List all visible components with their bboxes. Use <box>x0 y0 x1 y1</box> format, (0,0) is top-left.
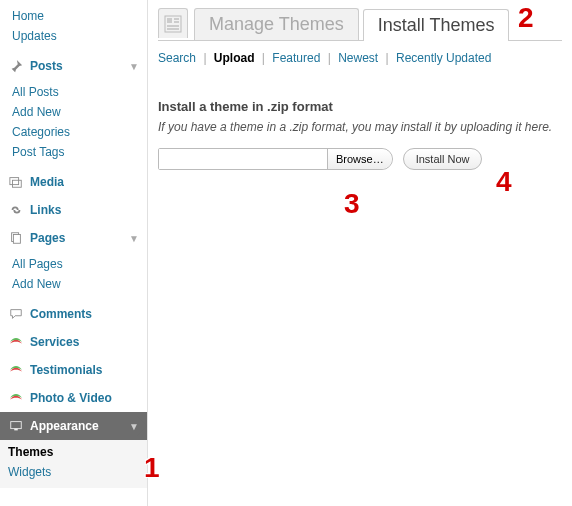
tab-install-themes[interactable]: Install Themes <box>363 9 510 41</box>
sidebar-item-updates[interactable]: Updates <box>12 26 147 46</box>
browse-button[interactable]: Browse… <box>327 149 392 169</box>
dashboard-submenu: Home Updates <box>0 4 147 52</box>
sidebar-section-pages[interactable]: Pages ▼ <box>0 224 147 252</box>
subnav-featured[interactable]: Featured <box>272 51 320 65</box>
sidebar-item-add-new-page[interactable]: Add New <box>12 274 147 294</box>
svg-rect-7 <box>167 18 172 23</box>
pages-label: Pages <box>30 231 129 245</box>
swoosh-icon <box>8 390 24 406</box>
svg-rect-10 <box>167 25 179 27</box>
main-content: Manage Themes Install Themes Search | Up… <box>148 0 572 506</box>
links-label: Links <box>30 203 139 217</box>
sidebar-section-services[interactable]: Services <box>0 328 147 356</box>
svg-rect-8 <box>174 18 179 20</box>
posts-label: Posts <box>30 59 129 73</box>
subnav-recently-updated[interactable]: Recently Updated <box>396 51 491 65</box>
file-path-field[interactable] <box>159 149 327 169</box>
sidebar-item-widgets[interactable]: Widgets <box>8 462 147 482</box>
sidebar-section-posts[interactable]: Posts ▼ <box>0 52 147 80</box>
appearance-icon <box>8 418 24 434</box>
sidebar-section-testimonials[interactable]: Testimonials <box>0 356 147 384</box>
admin-sidebar: Home Updates Posts ▼ All Posts Add New C… <box>0 0 148 506</box>
pin-icon <box>8 58 24 74</box>
svg-rect-11 <box>167 28 179 30</box>
media-label: Media <box>30 175 139 189</box>
chevron-down-icon: ▼ <box>129 233 139 244</box>
callout-3: 3 <box>344 188 360 220</box>
sidebar-item-post-tags[interactable]: Post Tags <box>12 142 147 162</box>
comments-label: Comments <box>30 307 139 321</box>
upload-hint: If you have a theme in a .zip format, yo… <box>158 120 562 134</box>
sidebar-item-add-new-post[interactable]: Add New <box>12 102 147 122</box>
sidebar-item-home[interactable]: Home <box>12 6 147 26</box>
pages-icon <box>8 230 24 246</box>
sidebar-item-all-posts[interactable]: All Posts <box>12 82 147 102</box>
themes-tab-icon <box>158 8 188 38</box>
subnav-search[interactable]: Search <box>158 51 196 65</box>
upload-form: Browse… Install Now <box>158 148 562 170</box>
appearance-label: Appearance <box>30 419 129 433</box>
install-subnav: Search | Upload | Featured | Newest | Re… <box>158 49 562 75</box>
svg-rect-4 <box>11 422 22 429</box>
svg-rect-3 <box>13 235 20 244</box>
comments-icon <box>8 306 24 322</box>
subnav-upload[interactable]: Upload <box>214 51 255 65</box>
appearance-submenu: Themes Widgets <box>0 440 147 488</box>
theme-tabs: Manage Themes Install Themes <box>158 8 562 41</box>
media-icon <box>8 174 24 190</box>
swoosh-icon <box>8 334 24 350</box>
sidebar-item-all-pages[interactable]: All Pages <box>12 254 147 274</box>
svg-rect-0 <box>10 178 19 185</box>
swoosh-icon <box>8 362 24 378</box>
posts-submenu: All Posts Add New Categories Post Tags <box>0 80 147 168</box>
callout-4: 4 <box>496 166 512 198</box>
sidebar-item-themes[interactable]: Themes <box>8 442 147 462</box>
subnav-newest[interactable]: Newest <box>338 51 378 65</box>
sidebar-item-categories[interactable]: Categories <box>12 122 147 142</box>
upload-heading: Install a theme in .zip format <box>158 99 562 114</box>
chevron-down-icon: ▼ <box>129 61 139 72</box>
install-now-button[interactable]: Install Now <box>403 148 483 170</box>
sidebar-section-photo-video[interactable]: Photo & Video <box>0 384 147 412</box>
sidebar-section-comments[interactable]: Comments <box>0 300 147 328</box>
sidebar-section-media[interactable]: Media <box>0 168 147 196</box>
tab-manage-themes[interactable]: Manage Themes <box>194 8 359 40</box>
chevron-down-icon: ▼ <box>129 421 139 432</box>
testimonials-label: Testimonials <box>30 363 139 377</box>
services-label: Services <box>30 335 139 349</box>
photovideo-label: Photo & Video <box>30 391 139 405</box>
svg-rect-9 <box>174 21 179 23</box>
file-input-group: Browse… <box>158 148 393 170</box>
pages-submenu: All Pages Add New <box>0 252 147 300</box>
sidebar-section-appearance[interactable]: Appearance ▼ <box>0 412 147 440</box>
svg-rect-5 <box>14 429 18 431</box>
svg-rect-1 <box>13 180 22 187</box>
sidebar-section-links[interactable]: Links <box>0 196 147 224</box>
links-icon <box>8 202 24 218</box>
